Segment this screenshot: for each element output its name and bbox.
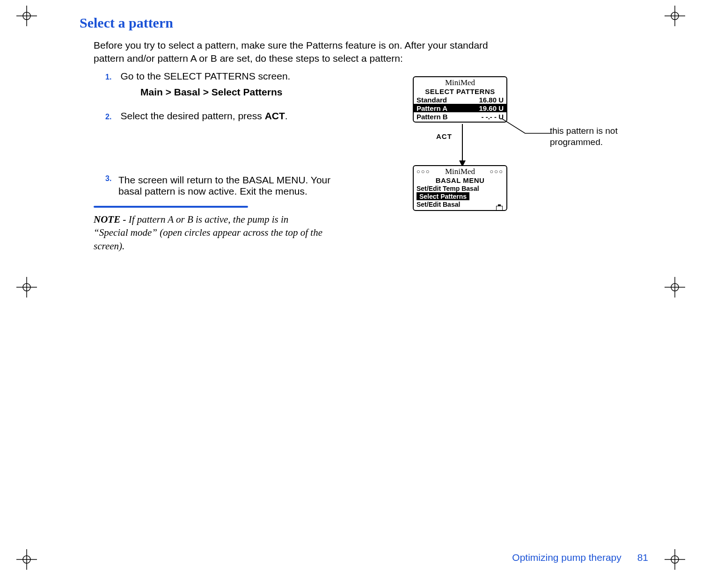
screen2-item-set-edit-basal: Set/Edit Basal (414, 200, 506, 208)
step-1: 1. Go to the SELECT PATTERNS screen. (105, 71, 367, 82)
screen1-brand: MiniMed (414, 77, 506, 87)
screen1-row-pattern-b: Pattern B - -.- - U (414, 112, 506, 121)
act-label: ACT (436, 132, 452, 140)
step-3-text: The screen will return to the BASAL MENU… (118, 174, 344, 197)
crop-mark-bottom-right (665, 549, 685, 570)
step-1-number: 1. (105, 73, 118, 81)
callout-text: this pattern is not programmed. (550, 125, 653, 148)
crop-mark-mid-left (16, 277, 37, 298)
screen2-item-set-edit-temp-basal: Set/Edit Temp Basal (414, 184, 506, 192)
screen1-row-pattern-a: Pattern A 19.60 U (414, 104, 506, 112)
nav-path: Main > Basal > Select Patterns (140, 87, 282, 98)
screen1-row2-label: Pattern B (417, 113, 448, 121)
screen1-title: SELECT PATTERNS (414, 87, 506, 95)
screen1-row-standard: Standard 16.80 U (414, 95, 506, 104)
step-2: 2. Select the desired pattern, press ACT… (105, 110, 367, 122)
intro-paragraph: Before you try to select a pattern, make… (94, 39, 519, 65)
screen1-row1-label: Pattern A (417, 104, 447, 112)
screen1-row0-value: 16.80 U (479, 96, 504, 104)
footer-section-title: Optimizing pump therapy (512, 552, 634, 563)
crop-mark-top-right (665, 6, 685, 26)
device-screen-select-patterns: MiniMed SELECT PATTERNS Standard 16.80 U… (413, 76, 507, 123)
section-heading: Select a pattern (80, 15, 173, 31)
note-divider (94, 206, 248, 208)
step-2-text-a: Select the desired pattern, press (120, 110, 264, 121)
screen1-row1-value: 19.60 U (479, 104, 504, 112)
step-2-text-c: . (285, 110, 288, 121)
screen2-title: BASAL MENU (414, 176, 506, 184)
callout-leader-line (499, 116, 551, 135)
crop-mark-top-left (16, 6, 37, 26)
footer-page-number: 81 (637, 552, 648, 563)
special-mode-circles-left: ○○○ (417, 168, 431, 175)
battery-icon (496, 206, 503, 211)
step-2-act: ACT (265, 110, 285, 121)
step-2-number: 2. (105, 113, 118, 121)
note-block: NOTE - If pattern A or B is active, the … (94, 213, 323, 253)
step-3: 3. The screen will return to the BASAL M… (105, 174, 344, 197)
step-1-text: Go to the SELECT PATTERNS screen. (120, 71, 290, 81)
step-3-number: 3. (105, 174, 118, 183)
screen2-brand: MiniMed (445, 167, 475, 176)
special-mode-circles-right: ○○○ (490, 168, 504, 175)
screen2-item-select-patterns: Select Patterns (417, 192, 469, 200)
crop-mark-bottom-left (16, 549, 37, 570)
arrow-down-icon (458, 124, 467, 167)
screen1-row0-label: Standard (417, 96, 447, 104)
page-footer: Optimizing pump therapy 81 (512, 552, 648, 588)
device-screen-basal-menu: ○○○ MiniMed ○○○ BASAL MENU Set/Edit Temp… (413, 165, 507, 211)
note-label: NOTE - (94, 214, 129, 225)
crop-mark-mid-right (665, 277, 685, 298)
